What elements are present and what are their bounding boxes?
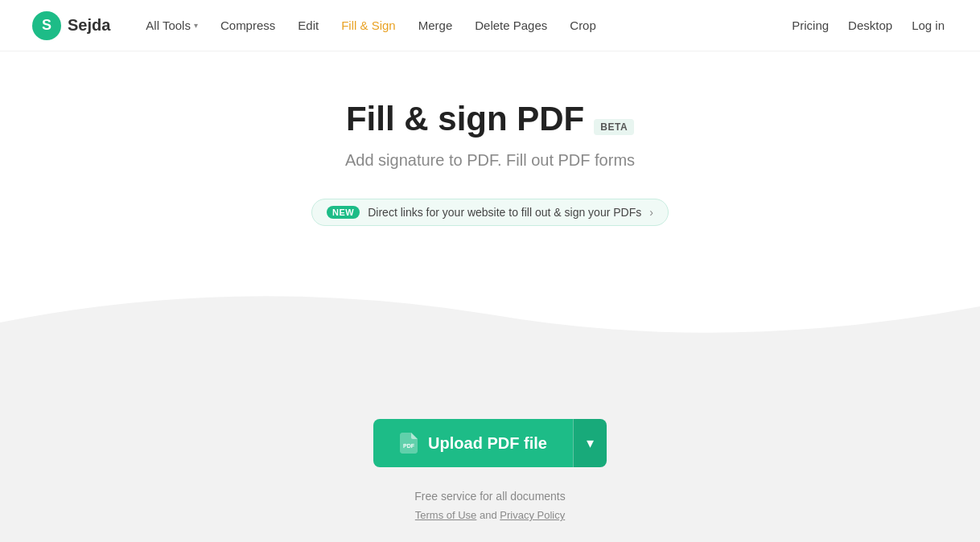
beta-badge: BETA xyxy=(594,119,634,135)
wave-top xyxy=(0,274,980,371)
nav-pricing[interactable]: Pricing xyxy=(789,12,832,39)
upload-button-label: Upload PDF file xyxy=(428,434,547,453)
nav-left: All Tools ▾ Compress Edit Fill & Sign Me… xyxy=(136,12,789,39)
page-title: Fill & sign PDF BETA xyxy=(346,100,634,138)
upload-pdf-button[interactable]: PDF Upload PDF file xyxy=(373,419,573,467)
upload-button-wrapper: PDF Upload PDF file ▾ xyxy=(373,419,607,467)
svg-text:PDF: PDF xyxy=(403,443,415,449)
nav-crop[interactable]: Crop xyxy=(560,12,606,39)
nav-login[interactable]: Log in xyxy=(908,12,948,39)
upload-links: Terms of Use and Privacy Policy xyxy=(415,509,565,521)
logo-text: Sejda xyxy=(68,16,110,35)
logo[interactable]: S Sejda xyxy=(32,11,110,40)
nav-edit[interactable]: Edit xyxy=(288,12,328,39)
new-banner-text: Direct links for your website to fill ou… xyxy=(368,206,641,219)
nav-compress[interactable]: Compress xyxy=(211,12,285,39)
nav-right: Pricing Desktop Log in xyxy=(789,12,948,39)
nav-all-tools[interactable]: All Tools ▾ xyxy=(136,12,208,39)
main-content: Fill & sign PDF BETA Add signature to PD… xyxy=(0,51,980,542)
upload-info: Free service for all documents xyxy=(414,490,566,503)
navbar: S Sejda All Tools ▾ Compress Edit Fill &… xyxy=(0,0,980,51)
new-banner[interactable]: NEW Direct links for your website to fil… xyxy=(311,199,669,226)
privacy-policy-link[interactable]: Privacy Policy xyxy=(500,509,565,521)
chevron-right-icon: › xyxy=(649,206,653,219)
chevron-down-icon: ▾ xyxy=(194,21,198,30)
new-badge: NEW xyxy=(327,206,360,219)
nav-merge[interactable]: Merge xyxy=(409,12,463,39)
pdf-file-icon: PDF xyxy=(399,432,418,454)
logo-icon: S xyxy=(32,11,61,40)
and-text: and xyxy=(480,509,500,521)
nav-fill-sign[interactable]: Fill & Sign xyxy=(331,12,406,39)
chevron-down-icon: ▾ xyxy=(587,434,594,452)
page-subtitle: Add signature to PDF. Fill out PDF forms xyxy=(345,151,635,170)
nav-desktop[interactable]: Desktop xyxy=(845,12,896,39)
terms-of-use-link[interactable]: Terms of Use xyxy=(415,509,477,521)
nav-delete-pages[interactable]: Delete Pages xyxy=(465,12,557,39)
wave-content: PDF Upload PDF file ▾ Free service for a… xyxy=(0,371,980,542)
upload-dropdown-button[interactable]: ▾ xyxy=(573,419,607,467)
